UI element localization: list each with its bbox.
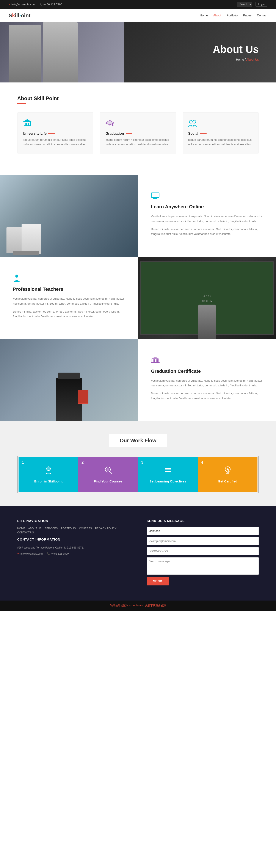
students-img-placeholder <box>0 175 138 257</box>
graduation-image <box>0 339 138 421</box>
workflow-header: Our Work Flow <box>17 434 259 447</box>
teacher-img-placeholder: E = π t S(n-1) + k₂ <box>138 257 276 339</box>
step-number-1: 1 <box>22 460 24 465</box>
workflow-steps: 1 Enroll in Skillpoint 2 <box>19 457 257 492</box>
form-email-input[interactable] <box>147 537 259 545</box>
svg-point-4 <box>27 120 28 122</box>
workflow-step-4: 4 Get Certified <box>198 457 257 492</box>
about-section: About Skill Point University Life Itaque… <box>0 83 276 175</box>
learn-online-section: Learn Anywhere Online Vestibulum volutpa… <box>0 175 276 257</box>
learn-online-para1: Vestibulum volutpat non eros ut vulputat… <box>151 214 263 223</box>
form-phone-input[interactable] <box>147 547 259 555</box>
nav-contact[interactable]: Contact <box>257 13 267 17</box>
cards-row: University Life Itaque earum rerum hic t… <box>17 113 259 153</box>
grad-cap <box>58 373 80 379</box>
graduation-para2: Donec mi nulla, auctor nec sem a, ornare… <box>151 391 263 401</box>
hero-section: About Us Home / About Us <box>0 22 276 83</box>
step-icon-4 <box>204 466 251 476</box>
logo-dot: · <box>19 12 21 19</box>
learn-online-title: Learn Anywhere Online <box>151 204 263 210</box>
svg-rect-32 <box>226 473 229 474</box>
footer-phone: +456 123 7890 <box>51 552 69 555</box>
graduation-content: Graduation Certificate Vestibulum volutp… <box>138 339 276 421</box>
phone-text: +456 123 7890 <box>43 3 62 6</box>
red-underline <box>17 103 26 104</box>
phone-info: 📞 +456 123 7890 <box>40 3 62 6</box>
login-button[interactable]: Login <box>255 2 267 7</box>
teacher-figure <box>198 305 216 339</box>
nav-portfolio[interactable]: Portfolio <box>227 13 238 17</box>
svg-rect-27 <box>165 469 171 470</box>
svg-rect-1 <box>26 123 27 126</box>
breadcrumb-home[interactable]: Home <box>236 58 244 61</box>
email-info: ✉ info@example.com <box>9 3 35 6</box>
svg-point-22 <box>46 467 50 471</box>
footer-nav-services[interactable]: SERVICES <box>45 527 58 530</box>
footer-col-form: SEND US A MESSAGE SEND <box>147 519 259 585</box>
footer-nav-home[interactable]: HOME <box>17 527 25 530</box>
svg-point-25 <box>106 468 109 471</box>
teacher-image: E = π t S(n-1) + k₂ <box>138 257 276 339</box>
footer: SITE NAVIGATION HOME ABOUT US SERVICES P… <box>0 506 276 600</box>
logo-skill: S <box>9 12 12 18</box>
footer-contact: #667 Woodland Terrace Folsom, California… <box>17 546 129 555</box>
graduation-para1: Vestibulum volutpat non eros ut vulputat… <box>151 378 263 388</box>
hero-people <box>0 22 124 83</box>
step-label-2: Find Your Courses <box>85 479 132 483</box>
footer-nav-about[interactable]: ABOUT US <box>28 527 41 530</box>
logo-ill: ill <box>15 12 19 18</box>
step-number-2: 2 <box>81 460 84 465</box>
main-nav: Home About Portfolio Pages Contact <box>200 13 267 17</box>
nav-pages[interactable]: Pages <box>243 13 252 17</box>
footer-nav-links: HOME ABOUT US SERVICES PORTFOLIO COURSES… <box>17 527 129 534</box>
logo-point: oint <box>21 12 30 18</box>
logo: Skill·oint <box>9 12 30 19</box>
nav-home[interactable]: Home <box>200 13 208 17</box>
about-title: About Skill Point <box>17 95 259 101</box>
graduation-section: Graduation Certificate Vestibulum volutp… <box>0 339 276 421</box>
footer-phone-item: 📞 +456 123 7890 <box>47 552 69 555</box>
footer-form-title: SEND US A MESSAGE <box>147 519 259 523</box>
nav-about[interactable]: About <box>213 13 221 17</box>
svg-rect-19 <box>157 360 158 362</box>
breadcrumb-current: About Us <box>246 58 259 61</box>
language-select[interactable]: Select <box>237 2 252 7</box>
learn-online-content: Learn Anywhere Online Vestibulum volutpa… <box>138 175 276 257</box>
footer-nav-courses[interactable]: COURSES <box>79 527 92 530</box>
send-button[interactable]: SEND <box>147 577 169 585</box>
laptop-figure <box>13 251 39 255</box>
bottom-bar: 访问前沿社区:bbs.xieniao.com免费下载更多资源 <box>0 600 276 611</box>
email-text: info@example.com <box>11 3 35 6</box>
workflow-border: 1 Enroll in Skillpoint 2 <box>17 456 259 493</box>
workflow-step-1: 1 Enroll in Skillpoint <box>19 457 78 492</box>
phone-icon: 📞 <box>40 3 42 6</box>
svg-rect-12 <box>154 197 156 198</box>
svg-rect-2 <box>28 123 29 126</box>
card-red-line <box>48 133 55 134</box>
hero-title: About Us <box>213 43 259 55</box>
svg-line-24 <box>110 471 112 473</box>
svg-rect-31 <box>227 472 229 473</box>
footer-email: info@example.com <box>21 552 43 555</box>
card-social-title: Social <box>188 132 253 135</box>
header: Skill·oint Home About Portfolio Pages Co… <box>0 9 276 22</box>
step-icon-1 <box>25 466 72 476</box>
card-university-text: Itaque earum rerum hic tenetur asap ient… <box>23 138 88 147</box>
footer-nav-privacy[interactable]: PRIVACY POLICY <box>95 527 116 530</box>
svg-rect-18 <box>156 360 157 362</box>
workflow-step-2: 2 Find Your Courses <box>78 457 138 492</box>
card-social-text: Itaque earum rerum hic tenetur asap ient… <box>188 138 253 147</box>
footer-phone-icon: 📞 <box>47 552 50 555</box>
footer-nav-portfolio[interactable]: PORTFOLIO <box>61 527 76 530</box>
workflow-section: Our Work Flow 1 Enroll in Skillpoint 2 <box>0 421 276 506</box>
footer-form: SEND <box>147 527 259 585</box>
footer-nav-title: SITE NAVIGATION <box>17 519 129 523</box>
form-name-input[interactable] <box>147 527 259 535</box>
top-bar: ✉ info@example.com 📞 +456 123 7890 Selec… <box>0 0 276 9</box>
svg-rect-17 <box>154 360 155 362</box>
step-label-1: Enroll in Skillpoint <box>25 479 72 483</box>
form-message-input[interactable] <box>147 557 259 575</box>
bottom-bar-text: 访问前沿社区:bbs.xieniao.com免费下载更多资源 <box>110 604 166 607</box>
top-bar-left: ✉ info@example.com 📞 +456 123 7890 <box>9 3 62 6</box>
footer-nav-contact[interactable]: CONTACT US <box>17 531 34 534</box>
